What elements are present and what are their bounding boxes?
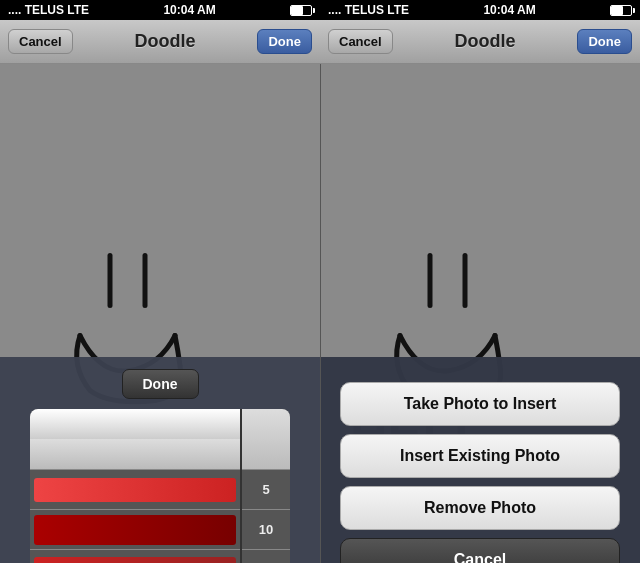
- size-swatch-top: [242, 409, 290, 469]
- right-nav-bar: Cancel Doodle Done: [320, 20, 640, 64]
- size-row-5[interactable]: 5: [242, 469, 290, 509]
- action-sheet: Take Photo to Insert Insert Existing Pho…: [320, 357, 640, 563]
- left-nav-title: Doodle: [135, 31, 196, 52]
- left-canvas[interactable]: HELLO iJailbreak.com Done: [0, 64, 320, 563]
- left-carrier: .... TELUS LTE: [8, 3, 89, 17]
- left-battery-icon: [290, 5, 312, 16]
- take-photo-button[interactable]: Take Photo to Insert: [340, 382, 620, 426]
- right-carrier: .... TELUS LTE: [328, 3, 409, 17]
- size-row-15[interactable]: 15: [242, 549, 290, 563]
- overlay-done-button[interactable]: Done: [122, 369, 199, 399]
- action-cancel-button[interactable]: Cancel: [340, 538, 620, 563]
- split-screen: HELLO iJailbreak.com Done: [0, 64, 640, 563]
- left-status-icons: [290, 5, 312, 16]
- color-swatch-light-gray[interactable]: [30, 439, 240, 469]
- left-status-bar: .... TELUS LTE 10:04 AM: [0, 0, 320, 20]
- color-swatch-white[interactable]: [30, 409, 240, 439]
- color-row-red-light[interactable]: [30, 469, 240, 509]
- size-row-10[interactable]: 10: [242, 509, 290, 549]
- left-done-button[interactable]: Done: [257, 29, 312, 54]
- right-status-bar: .... TELUS LTE 10:04 AM: [320, 0, 640, 20]
- left-time: 10:04 AM: [163, 3, 215, 17]
- right-time: 10:04 AM: [483, 3, 535, 17]
- color-row-red-dark[interactable]: [30, 509, 240, 549]
- color-size-picker[interactable]: 5 10 15: [30, 409, 290, 563]
- right-cancel-button[interactable]: Cancel: [328, 29, 393, 54]
- right-canvas[interactable]: HELL Take Photo to Insert Insert Existin…: [320, 64, 640, 563]
- right-nav-title: Doodle: [455, 31, 516, 52]
- right-status-icons: [610, 5, 632, 16]
- right-battery-icon: [610, 5, 632, 16]
- color-red-light[interactable]: [34, 478, 236, 502]
- insert-existing-button[interactable]: Insert Existing Photo: [340, 434, 620, 478]
- left-nav-bar: Cancel Doodle Done: [0, 20, 320, 64]
- color-red-mid[interactable]: [34, 557, 236, 564]
- panel-divider: [320, 64, 321, 563]
- color-column: [30, 409, 240, 563]
- size-column: 5 10 15: [240, 409, 290, 563]
- left-cancel-button[interactable]: Cancel: [8, 29, 73, 54]
- bottom-overlay: Done: [0, 357, 320, 563]
- remove-photo-button[interactable]: Remove Photo: [340, 486, 620, 530]
- right-done-button[interactable]: Done: [577, 29, 632, 54]
- color-row-red-mid[interactable]: [30, 549, 240, 563]
- color-red-dark[interactable]: [34, 515, 236, 545]
